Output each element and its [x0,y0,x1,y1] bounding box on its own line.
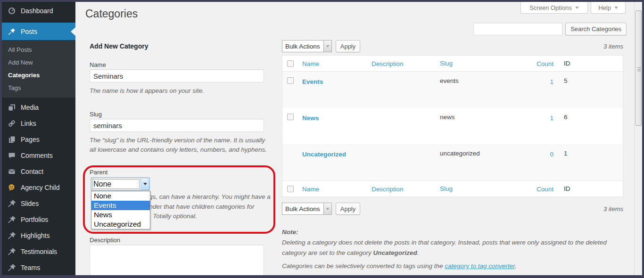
scrollbar-thumb[interactable] [636,10,642,126]
sidebar-item-posts[interactable]: Posts [2,23,75,40]
help-button[interactable]: Help [591,2,626,14]
table-row-events: Events events 1 5 [282,72,623,108]
links-icon [8,119,16,128]
sidebar-item-portfolios[interactable]: Portfolios [2,212,75,228]
note-paragraph-1: Deleting a category does not delete the … [282,237,627,258]
window-frame: Dashboard Posts All Posts Add New Catego… [0,0,644,278]
sidebar-item-label: Posts [21,28,37,35]
sidebar-item-label: Agency Child [21,184,60,191]
sidebar-item-label: Teams [21,264,40,271]
sidebar-item-teams[interactable]: Teams [2,260,75,275]
table-row-news: News news 1 6 [282,108,623,144]
category-name-link[interactable]: Uncategorized [302,151,346,158]
category-name-link[interactable]: Events [302,78,323,85]
comment-icon [8,151,16,160]
row-checkbox[interactable] [287,114,294,120]
parent-select-value: None [91,178,140,190]
pin-icon [8,215,16,224]
sidebar-item-add-new[interactable]: Add New [2,56,75,69]
column-header-count[interactable]: Count [537,186,553,193]
category-count-link[interactable]: 1 [550,114,553,122]
sidebar-item-contact[interactable]: Contact [2,164,75,180]
parent-option-none[interactable]: None [91,191,150,201]
parent-option-news[interactable]: News [91,210,150,220]
category-slug: uncategorized [440,150,527,157]
pin-icon [8,247,16,256]
sidebar-item-agency-child[interactable]: Agency Child [2,180,75,196]
sidebar-item-dashboard[interactable]: Dashboard [2,3,75,19]
bulk-actions-select-top[interactable]: Bulk Actions [282,40,332,52]
pin-icon [8,199,16,208]
pin-icon [8,231,16,240]
parent-option-uncategorized[interactable]: Uncategorized [91,220,150,229]
bulk-actions-value: Bulk Actions [282,203,323,214]
column-header-name[interactable]: Name [302,186,319,193]
parent-option-events[interactable]: Events [91,201,150,210]
table-header-row: Name Description Slug Count ID [282,56,623,72]
chevron-down-icon [143,183,147,185]
sidebar-item-tags[interactable]: Tags [2,82,75,94]
sidebar-item-links[interactable]: Links [2,115,75,131]
column-header-name[interactable]: Name [302,60,319,67]
category-count-link[interactable]: 0 [550,151,553,158]
note-section: Note: Deleting a category does not delet… [282,227,627,271]
pin-icon [8,263,16,272]
column-header-slug[interactable]: Slug [440,60,453,67]
name-input[interactable] [90,69,264,82]
description-textarea[interactable] [90,245,264,275]
media-icon [8,103,16,112]
help-label: Help [598,4,611,11]
search-categories-button[interactable]: Search Categories [565,23,627,35]
apply-button-bottom[interactable]: Apply [336,203,360,215]
smiley-bubble-icon [8,183,16,192]
sidebar-item-categories[interactable]: Categories [2,69,75,82]
sidebar-item-slides[interactable]: Slides [2,196,75,212]
table-footer-row: Name Description Slug Count ID [282,180,623,196]
chevron-down-icon [614,7,618,9]
screen-options-label: Screen Options [529,4,572,11]
category-id: 6 [557,114,595,121]
vertical-scrollbar[interactable] [634,2,642,275]
sidebar-item-all-posts[interactable]: All Posts [2,43,75,56]
sidebar-item-pages[interactable]: Pages [2,131,75,147]
apply-button-top[interactable]: Apply [336,40,360,52]
sidebar-item-comments[interactable]: Comments [2,147,75,164]
sidebar-item-testimonials[interactable]: Testimonials [2,244,75,260]
sidebar-item-label: Pages [21,136,40,143]
select-arrow-button[interactable] [323,41,331,52]
select-arrow-button[interactable] [140,178,149,190]
category-to-tag-converter-link[interactable]: category to tag converter [445,262,515,270]
search-input[interactable] [473,23,562,35]
sidebar-item-label: Contact [21,168,43,175]
bulk-actions-select-bottom[interactable]: Bulk Actions [282,203,332,215]
sidebar-item-label: Media [21,104,39,111]
slug-help-text: The “slug” is the URL-friendly version o… [90,136,268,155]
name-help-text: The name is how it appears on your site. [90,86,268,96]
scrollbar-grip-icon [637,67,641,71]
sidebar-item-highlights[interactable]: Highlights [2,228,75,244]
slug-label: Slug [90,111,102,118]
select-arrow-button[interactable] [323,203,331,214]
parent-select[interactable]: None [91,178,149,190]
screen-options-button[interactable]: Screen Options [520,2,588,14]
sidebar-item-label: Testimonials [21,248,57,255]
note-paragraph-2: Categories can be selectively converted … [282,261,627,271]
categories-table: Name Description Slug Count ID Events ev… [282,55,623,197]
slug-input[interactable] [90,119,264,132]
row-checkbox[interactable] [287,77,294,84]
column-header-description[interactable]: Description [372,186,404,193]
sidebar-item-label: Links [21,120,36,127]
sidebar-item-media[interactable]: Media [2,99,75,115]
select-all-checkbox[interactable] [287,60,294,67]
chevron-down-icon [326,208,330,210]
items-count-bottom: 3 items [567,205,623,213]
column-header-slug[interactable]: Slug [440,185,453,192]
select-all-checkbox[interactable] [287,186,294,192]
chevron-down-icon [575,7,579,9]
column-header-description[interactable]: Description [372,60,404,67]
column-header-count[interactable]: Count [537,60,553,67]
category-count-link[interactable]: 1 [550,78,553,85]
category-name-link[interactable]: News [302,114,319,122]
category-id: 5 [557,77,595,84]
category-slug: news [440,114,527,121]
